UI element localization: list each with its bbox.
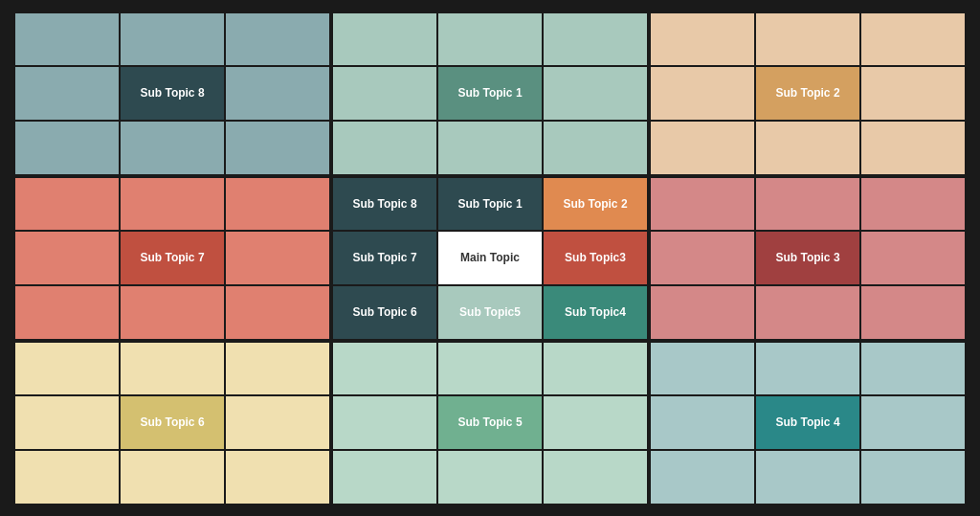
subtopic1-label[interactable]: Sub Topic 1	[438, 67, 542, 120]
tile[interactable]	[544, 13, 647, 66]
tile[interactable]	[15, 451, 119, 504]
subtopic8-label[interactable]: Sub Topic 8	[121, 67, 224, 120]
tile[interactable]	[438, 451, 542, 504]
tile[interactable]	[651, 122, 754, 174]
mind-map: Sub Topic 8 Sub Topic 1 Sub Topic 2 Su	[11, 10, 969, 507]
subtopic6-label[interactable]: Sub Topic 6	[121, 396, 224, 449]
tile[interactable]	[651, 232, 754, 284]
cell-top-right: Sub Topic 2	[651, 13, 965, 174]
tile[interactable]	[15, 122, 119, 174]
tile[interactable]	[226, 122, 329, 174]
cell-mid-right: Sub Topic 3	[651, 178, 965, 339]
mc-maintopic[interactable]: Main Topic	[438, 232, 542, 284]
cell-bot-left: Sub Topic 6	[15, 343, 329, 504]
subtopic4-label[interactable]: Sub Topic 4	[756, 396, 859, 449]
subtopic7-label[interactable]: Sub Topic 7	[121, 232, 224, 284]
tile[interactable]	[544, 67, 647, 120]
tile[interactable]	[333, 343, 436, 395]
tile[interactable]	[438, 343, 542, 395]
tile[interactable]	[651, 343, 754, 395]
tile[interactable]	[861, 343, 965, 395]
subtopic2-label[interactable]: Sub Topic 2	[756, 67, 859, 120]
tile[interactable]	[651, 178, 754, 231]
tile[interactable]	[121, 451, 224, 504]
tile[interactable]	[756, 286, 859, 339]
tile[interactable]	[544, 451, 647, 504]
tile[interactable]	[226, 286, 329, 339]
tile[interactable]	[438, 13, 542, 66]
tile[interactable]	[756, 13, 859, 66]
tile[interactable]	[226, 232, 329, 284]
tile[interactable]	[226, 451, 329, 504]
tile[interactable]	[861, 396, 965, 449]
tile[interactable]	[651, 396, 754, 449]
tile[interactable]	[861, 286, 965, 339]
tile[interactable]	[756, 451, 859, 504]
tile[interactable]	[333, 396, 436, 449]
cell-mid-center: Sub Topic 8 Sub Topic 1 Sub Topic 2 Sub …	[333, 178, 647, 339]
tile[interactable]	[15, 13, 119, 66]
tile[interactable]	[333, 451, 436, 504]
tile[interactable]	[121, 178, 224, 231]
cell-top-left: Sub Topic 8	[15, 13, 329, 174]
tile[interactable]	[438, 122, 542, 174]
mc-subtopic5[interactable]: Sub Topic5	[438, 286, 542, 339]
tile[interactable]	[544, 122, 647, 174]
tile[interactable]	[756, 122, 859, 174]
subtopic3-label[interactable]: Sub Topic 3	[756, 232, 859, 284]
tile[interactable]	[544, 343, 647, 395]
cell-bot-center: Sub Topic 5	[333, 343, 647, 504]
tile[interactable]	[651, 451, 754, 504]
tile[interactable]	[226, 13, 329, 66]
tile[interactable]	[651, 286, 754, 339]
tile[interactable]	[15, 67, 119, 120]
tile[interactable]	[15, 286, 119, 339]
tile[interactable]	[226, 178, 329, 231]
tile[interactable]	[121, 122, 224, 174]
cell-mid-left: Sub Topic 7	[15, 178, 329, 339]
tile[interactable]	[756, 178, 859, 231]
tile[interactable]	[861, 178, 965, 231]
tile[interactable]	[333, 67, 436, 120]
tile[interactable]	[756, 343, 859, 395]
tile[interactable]	[121, 343, 224, 395]
mc-subtopic7[interactable]: Sub Topic 7	[333, 232, 436, 284]
tile[interactable]	[226, 67, 329, 120]
mc-subtopic4[interactable]: Sub Topic4	[544, 286, 647, 339]
mc-subtopic6[interactable]: Sub Topic 6	[333, 286, 436, 339]
tile[interactable]	[15, 396, 119, 449]
tile[interactable]	[15, 232, 119, 284]
subtopic5-label[interactable]: Sub Topic 5	[438, 396, 542, 449]
tile[interactable]	[861, 13, 965, 66]
tile[interactable]	[15, 178, 119, 231]
tile[interactable]	[226, 343, 329, 395]
mc-subtopic3[interactable]: Sub Topic3	[544, 232, 647, 284]
cell-bot-right: Sub Topic 4	[651, 343, 965, 504]
tile[interactable]	[861, 232, 965, 284]
mc-subtopic8[interactable]: Sub Topic 8	[333, 178, 436, 231]
tile[interactable]	[15, 343, 119, 395]
tile[interactable]	[861, 122, 965, 174]
tile[interactable]	[651, 67, 754, 120]
tile[interactable]	[226, 396, 329, 449]
tile[interactable]	[651, 13, 754, 66]
tile[interactable]	[861, 67, 965, 120]
tile[interactable]	[121, 13, 224, 66]
tile[interactable]	[861, 451, 965, 504]
tile[interactable]	[544, 396, 647, 449]
tile[interactable]	[333, 13, 436, 66]
mc-subtopic1[interactable]: Sub Topic 1	[438, 178, 542, 231]
tile[interactable]	[121, 286, 224, 339]
tile[interactable]	[333, 122, 436, 174]
mc-subtopic2[interactable]: Sub Topic 2	[544, 178, 647, 231]
cell-top-center: Sub Topic 1	[333, 13, 647, 174]
